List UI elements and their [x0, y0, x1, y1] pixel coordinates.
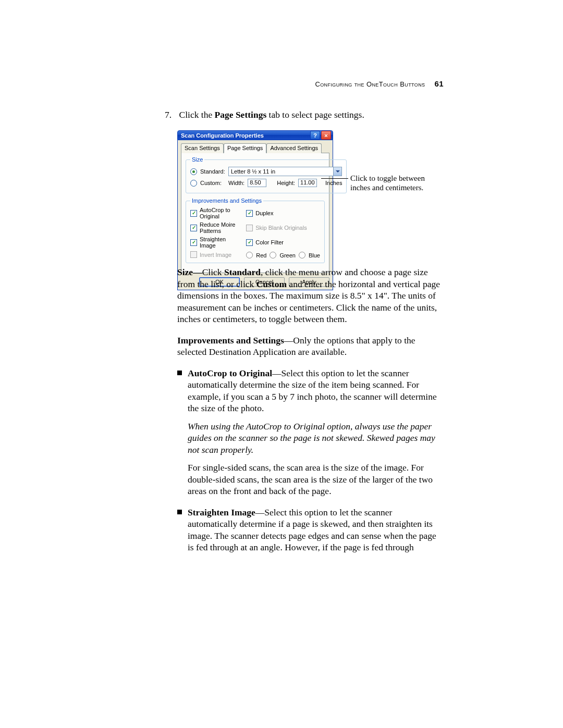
radio-red-label: Red [256, 252, 266, 258]
chk-moire-label: Reduce Moire Patterns [200, 221, 242, 234]
body-text: Size—Click Standard, click the menu arro… [177, 266, 443, 563]
chk-autocrop[interactable] [190, 210, 197, 217]
p-size-b3: Custom [256, 279, 287, 289]
chk-invert-label: Invert Image [200, 252, 231, 258]
page-number: 61 [435, 79, 444, 88]
improvements-legend: Improvements and Settings [190, 198, 263, 204]
page-header: Configuring the OneTouch Buttons 61 [315, 79, 444, 88]
dialog-title: Scan Configuration Properties [181, 132, 309, 139]
tab-scan-settings[interactable]: Scan Settings [181, 143, 224, 153]
chk-skipblank [246, 225, 253, 231]
radio-green[interactable] [270, 252, 276, 258]
help-icon[interactable]: ? [310, 131, 320, 140]
header-title: Configuring the OneTouch Buttons [315, 80, 425, 88]
chk-colorfilter-label: Color Filter [255, 239, 284, 245]
chk-duplex-label: Duplex [255, 210, 273, 216]
chk-autocrop-label: AutoCrop to Original [200, 207, 242, 219]
chevron-down-icon[interactable] [333, 167, 341, 176]
width-input[interactable]: 8.50 [248, 179, 266, 187]
width-label: Width: [228, 180, 244, 186]
chk-duplex[interactable] [246, 210, 253, 217]
chk-invert [190, 251, 197, 258]
step-bold: Page Settings [215, 109, 267, 120]
p-imp-b1: Improvements and Settings [177, 335, 284, 346]
chk-moire[interactable] [190, 225, 197, 231]
b-auto-t2: For single-sided scans, the scan area is… [188, 462, 443, 497]
b-auto-italic: When using the AutoCrop to Original opti… [188, 421, 443, 456]
step-t2: tab to select page settings. [269, 109, 364, 120]
bullet-autocrop: AutoCrop to Original—Select this option … [177, 367, 443, 497]
step-7: 7. Click the Page Settings tab to select… [165, 109, 364, 120]
size-group: Size Standard: Letter 8 ½ x 11 in Custom… [186, 156, 347, 193]
custom-label: Custom: [200, 180, 225, 186]
radio-blue[interactable] [299, 252, 305, 258]
close-icon[interactable]: × [321, 131, 331, 140]
units-toggle[interactable]: Inches [325, 180, 342, 186]
p-size-b2: Standard [224, 267, 261, 277]
b-auto-b1: AutoCrop to Original [188, 368, 272, 378]
p-size-b1: Size [177, 267, 193, 277]
standard-label: Standard: [200, 168, 225, 175]
standard-size-value: Letter 8 ½ x 11 in [231, 168, 275, 175]
step-number: 7. [165, 109, 172, 120]
chk-straighten-label: Straighten Image [200, 236, 242, 249]
radio-blue-label: Blue [309, 252, 320, 258]
radio-standard[interactable] [190, 168, 197, 175]
tab-advanced-settings[interactable]: Advanced Settings [266, 143, 322, 153]
dialog-titlebar[interactable]: Scan Configuration Properties ? × [177, 130, 333, 140]
p-size-t1: —Click [193, 267, 224, 277]
callout-leader [321, 178, 348, 179]
tab-panel: Size Standard: Letter 8 ½ x 11 in Custom… [181, 153, 329, 273]
radio-green-label: Green [279, 252, 296, 258]
chk-colorfilter[interactable] [246, 239, 253, 246]
chk-straighten[interactable] [190, 239, 197, 246]
bullet-straighten: Straighten Image—Select this option to l… [177, 507, 443, 553]
height-input[interactable]: 11.00 [298, 179, 317, 187]
height-label: Height: [277, 180, 295, 186]
callout-text: Click to toggle between inches and centi… [350, 174, 444, 192]
size-legend: Size [190, 156, 204, 163]
tab-page-settings[interactable]: Page Settings [224, 143, 267, 153]
chk-skipblank-label: Skip Blank Originals [255, 225, 307, 231]
step-t1: Click the [179, 109, 215, 120]
radio-custom[interactable] [190, 180, 197, 187]
improvements-group: Improvements and Settings AutoCrop to Or… [186, 198, 325, 263]
radio-red[interactable] [246, 252, 253, 258]
tab-strip: Scan Settings Page Settings Advanced Set… [181, 143, 329, 153]
b-str-b1: Straighten Image [188, 507, 255, 517]
standard-size-combo[interactable]: Letter 8 ½ x 11 in [228, 167, 342, 176]
